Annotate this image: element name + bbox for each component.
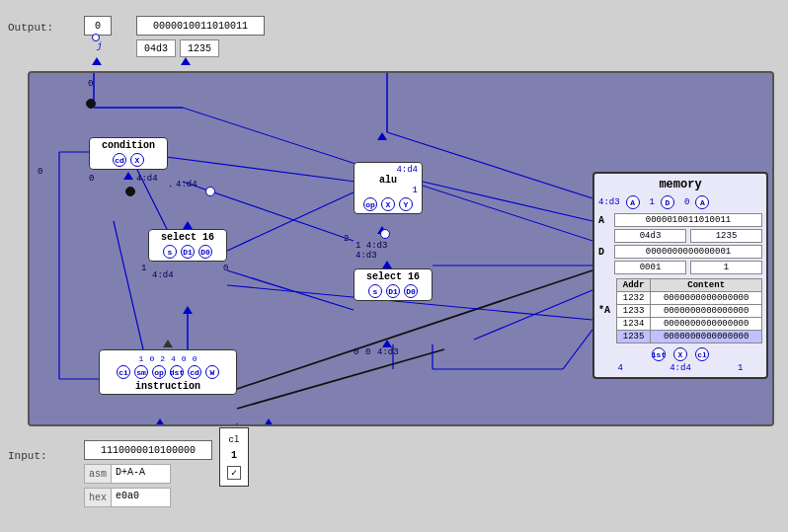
- cl-box: cl 1 ✓: [219, 427, 249, 487]
- content-1235: 0000000000000000: [651, 331, 762, 343]
- resize-handle[interactable]: ⟋: [756, 409, 768, 420]
- memory-title: memory: [598, 178, 762, 191]
- hex-value[interactable]: e0a0: [112, 488, 171, 507]
- mem-D-binary[interactable]: 0000000000000001: [614, 245, 762, 259]
- addr-1233: 1233: [616, 305, 650, 318]
- output-a-triangle: [181, 57, 191, 65]
- select-right-port-d1[interactable]: D1: [386, 284, 400, 298]
- select-right-title: select 16: [358, 271, 428, 282]
- input-binary[interactable]: 1110000010100000: [84, 440, 212, 460]
- memory-A-row: A 0000010011010011: [598, 213, 762, 227]
- mem-A-binary[interactable]: 0000010011010011: [614, 213, 762, 227]
- label-0-selr2: 0: [365, 347, 370, 357]
- alu-port-x[interactable]: X: [381, 197, 395, 211]
- condition-port-cd[interactable]: cd: [113, 153, 126, 167]
- instr-port-cd[interactable]: cd: [188, 365, 201, 379]
- input-label: Input:: [8, 450, 47, 462]
- mem-port-cl[interactable]: cl: [695, 347, 709, 361]
- instr-port-ci[interactable]: ci: [117, 365, 130, 379]
- mem-A-hex[interactable]: 04d3: [614, 229, 686, 243]
- instr-label-0c: 0: [193, 354, 197, 363]
- zero-top-label: 0: [88, 79, 93, 89]
- wire-circle-1: [205, 187, 215, 196]
- cl-box-value: 1: [231, 450, 237, 461]
- select-left-port-d0[interactable]: D0: [198, 245, 212, 259]
- memory-table-header: Addr Content: [616, 279, 761, 292]
- condition-block: condition cd X: [89, 137, 168, 170]
- alu-top-triangle: [377, 132, 387, 140]
- label-4d3: 4:d3: [355, 251, 377, 261]
- mem-label-4d3: 4:d3: [598, 197, 620, 207]
- instr-port-op[interactable]: op: [152, 365, 166, 379]
- content-1232: 0000000000000000: [651, 292, 762, 305]
- condition-title: condition: [94, 140, 163, 151]
- output-area: Output: 0 0000010011010011 04d3 1235 j: [0, 8, 788, 77]
- mem-port-x[interactable]: X: [673, 347, 687, 361]
- label-4d4-right: 4:d4: [176, 180, 197, 190]
- select-right-port-d0[interactable]: D0: [404, 284, 418, 298]
- input-asm-row: asm D+A-A: [84, 464, 171, 484]
- mem-port-a[interactable]: A: [626, 195, 640, 209]
- label-0-cond: 0: [89, 174, 94, 184]
- memory-bottom-ports: 1st X cl: [598, 347, 762, 361]
- input-hex-row: hex e0a0: [84, 488, 171, 507]
- canvas-label-0: 0: [38, 167, 42, 177]
- output-dec: 1235: [180, 39, 219, 57]
- memory-row-1234: 1234 0000000000000000: [616, 318, 761, 331]
- instr-label-4: 4: [171, 354, 176, 363]
- label-1-4d3: 1 4:d3: [355, 241, 387, 251]
- j-label: j: [97, 41, 102, 51]
- asm-label: asm: [84, 464, 112, 484]
- svg-line-31: [563, 330, 592, 369]
- label-0-sel: 0: [223, 264, 228, 273]
- select-left-top-triangle: [183, 221, 193, 229]
- instr-label-2: 2: [160, 354, 165, 363]
- output-small-value: 0: [84, 16, 112, 36]
- memory-row-1232: 1232 0000000000000000: [616, 292, 761, 305]
- wire-dot-2: [125, 187, 135, 196]
- mem-port-a2[interactable]: A: [695, 195, 709, 209]
- alu-block: 4:d4 alu 1 op X Y: [354, 162, 423, 214]
- addr-1235: 1235: [616, 331, 650, 343]
- select-right-port-s[interactable]: s: [368, 284, 382, 298]
- instr-port-dst[interactable]: dst: [170, 365, 184, 379]
- select-left-block: select 16 s D1 D0: [148, 229, 227, 262]
- cl-checkbox[interactable]: ✓: [227, 466, 241, 480]
- asm-value[interactable]: D+A-A: [112, 464, 171, 484]
- instruction-ports: ci sm op dst cd W: [104, 365, 232, 379]
- output-hex: 04d3: [136, 39, 176, 57]
- instr-port-sm[interactable]: sm: [134, 365, 148, 379]
- memory-bottom-labels: 4 4:d4 1: [598, 363, 762, 373]
- mem-port-1st[interactable]: 1st: [652, 347, 666, 361]
- alu-port-op[interactable]: op: [363, 197, 377, 211]
- instr-label-1: 1: [139, 354, 144, 363]
- hex-label: hex: [84, 488, 112, 507]
- mem-label-1: 1: [650, 197, 655, 207]
- memory-top-ports: 4:d3 A 1 D 0 A: [598, 195, 762, 209]
- alu-port-y[interactable]: Y: [399, 197, 413, 211]
- svg-line-7: [423, 182, 592, 221]
- svg-line-17: [474, 290, 592, 340]
- label-4d3-selr: 4:d3: [377, 347, 399, 357]
- label-2-alu: 2: [344, 234, 349, 244]
- mem-port-d[interactable]: D: [661, 195, 674, 209]
- mem-D-addr[interactable]: 0001: [614, 261, 686, 274]
- condition-ports: cd X: [94, 153, 163, 167]
- alu-title: alu: [358, 175, 418, 186]
- instr-port-w[interactable]: W: [205, 365, 219, 379]
- memory-A-vals: 04d3 1235: [614, 229, 762, 243]
- memory-row-1233: 1233 0000000000000000: [616, 305, 761, 318]
- addr-col: Addr: [616, 279, 650, 292]
- mem-A-dec[interactable]: 1235: [690, 229, 762, 243]
- select-left-port-s[interactable]: s: [163, 245, 177, 259]
- memory-table: Addr Content 1232 0000000000000000 1233 …: [616, 278, 762, 343]
- select-left-title: select 16: [153, 232, 222, 243]
- select-left-port-d1[interactable]: D1: [181, 245, 195, 259]
- content-col: Content: [651, 279, 762, 292]
- cl-triangle: [264, 418, 274, 426]
- addr-1232: 1232: [616, 292, 650, 305]
- mem-D-val[interactable]: 1: [690, 261, 762, 274]
- mem-bot-4d4: 4:d4: [670, 363, 691, 373]
- select-right-ports: s D1 D0: [358, 284, 428, 298]
- condition-port-x[interactable]: X: [130, 153, 144, 167]
